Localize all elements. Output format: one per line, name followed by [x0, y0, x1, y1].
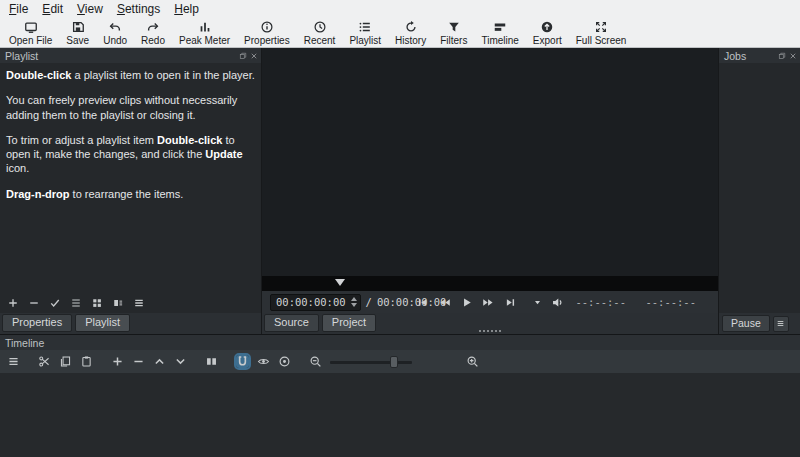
timeline-label: Timeline [481, 35, 518, 46]
cut-icon[interactable] [38, 355, 51, 368]
undo-icon [108, 20, 122, 34]
timeline-zoom-slider[interactable] [330, 355, 412, 369]
current-timecode: 00:00:00:00 [276, 296, 346, 308]
history-icon [404, 20, 418, 34]
playlist-close-icon[interactable] [250, 52, 258, 60]
player-menu-caret-icon[interactable] [533, 298, 542, 307]
filters-label: Filters [440, 35, 467, 46]
jobs-menu-button[interactable] [773, 316, 789, 332]
peak-meter-button[interactable]: Peak Meter [172, 18, 237, 47]
skip-to-end-icon[interactable] [504, 296, 517, 309]
ripple-delete-icon[interactable] [132, 355, 145, 368]
playlist-panel-title: Playlist [5, 50, 38, 62]
append-icon[interactable] [111, 355, 124, 368]
paste-icon[interactable] [80, 355, 93, 368]
split-icon[interactable] [205, 355, 218, 368]
scrub-while-dragging-icon[interactable] [257, 355, 270, 368]
export-button[interactable]: Export [526, 18, 569, 47]
full-screen-icon [594, 20, 608, 34]
jobs-menu-icon [776, 319, 785, 328]
lift-icon[interactable] [153, 355, 166, 368]
history-label: History [395, 35, 426, 46]
recent-button[interactable]: Recent [297, 18, 343, 47]
player-video-area [262, 48, 718, 276]
overwrite-icon[interactable] [174, 355, 187, 368]
properties-label: Properties [244, 35, 290, 46]
copy-icon[interactable] [59, 355, 72, 368]
ripple-all-tracks-icon[interactable] [278, 355, 291, 368]
timecode-spin-arrows[interactable] [351, 297, 357, 307]
open-file-button[interactable]: Open File [2, 18, 59, 47]
playlist-button[interactable]: Playlist [342, 18, 388, 47]
menu-settings[interactable]: Settings [110, 2, 167, 16]
timeline-zoom-handle[interactable] [390, 356, 398, 368]
player-seek-bar[interactable] [262, 276, 718, 291]
open-file-label: Open File [9, 35, 52, 46]
timeline-button[interactable]: Timeline [474, 18, 525, 47]
recent-label: Recent [304, 35, 336, 46]
undo-button[interactable]: Undo [96, 18, 134, 47]
playlist-help-text: Double-click a playlist item to open it … [0, 63, 261, 292]
filters-icon [447, 20, 461, 34]
menu-view[interactable]: View [70, 2, 110, 16]
export-icon [540, 20, 554, 34]
fast-forward-icon[interactable] [482, 296, 495, 309]
snap-icon[interactable] [236, 355, 249, 368]
properties-button[interactable]: Properties [237, 18, 297, 47]
peak-meter-icon [198, 20, 212, 34]
menu-file[interactable]: File [2, 2, 35, 16]
recent-icon [313, 20, 327, 34]
full-screen-button[interactable]: Full Screen [569, 18, 634, 47]
splitter-grip[interactable] [479, 330, 501, 332]
timeline-tracks-area[interactable] [0, 373, 800, 457]
tab-project[interactable]: Project [322, 314, 376, 332]
redo-button[interactable]: Redo [134, 18, 172, 47]
history-button[interactable]: History [388, 18, 433, 47]
timeline-icon [493, 20, 507, 34]
playhead-marker[interactable] [335, 279, 345, 286]
save-button[interactable]: Save [59, 18, 96, 47]
playlist-remove-icon[interactable] [28, 297, 40, 309]
skip-to-start-icon[interactable] [416, 296, 429, 309]
timeline-menu-icon[interactable] [7, 355, 20, 368]
playlist-panel-header: Playlist [0, 48, 261, 63]
main-area: Playlist Double-click a playlist item to… [0, 48, 800, 334]
selected-duration-display: --:--:-- [645, 296, 696, 308]
app-window: File Edit View Settings Help Open File S… [0, 0, 800, 457]
save-label: Save [66, 35, 89, 46]
tab-source[interactable]: Source [264, 314, 319, 332]
tab-playlist[interactable]: Playlist [75, 314, 130, 332]
full-screen-label: Full Screen [576, 35, 627, 46]
playlist-menu-icon[interactable] [133, 297, 145, 309]
jobs-panel-header: Jobs [719, 48, 800, 63]
zoom-out-icon[interactable] [309, 355, 322, 368]
pause-button[interactable]: Pause [722, 315, 770, 332]
peak-meter-label: Peak Meter [179, 35, 230, 46]
timeline-panel-title: Timeline [5, 337, 44, 349]
volume-icon[interactable] [551, 296, 564, 309]
view-details-icon[interactable] [70, 297, 82, 309]
zoom-in-icon[interactable] [466, 355, 479, 368]
current-timecode-spinbox[interactable]: 00:00:00:00 [270, 294, 361, 311]
rewind-icon[interactable] [438, 296, 451, 309]
view-tiles-icon[interactable] [112, 297, 124, 309]
play-icon[interactable] [460, 296, 473, 309]
jobs-close-icon[interactable] [789, 52, 797, 60]
properties-icon [260, 20, 274, 34]
undo-label: Undo [103, 35, 127, 46]
playlist-add-icon[interactable] [7, 297, 19, 309]
view-icons-icon[interactable] [91, 297, 103, 309]
menu-edit[interactable]: Edit [35, 2, 70, 16]
player-controls: 00:00:00:00 / 00:00:00:00 --:--:-- - [262, 291, 718, 313]
jobs-panel: Jobs Pause [718, 48, 800, 334]
playlist-update-icon[interactable] [49, 297, 61, 309]
menu-help[interactable]: Help [167, 2, 206, 16]
playlist-float-icon[interactable] [239, 52, 247, 60]
filters-button[interactable]: Filters [433, 18, 474, 47]
redo-icon [146, 20, 160, 34]
jobs-float-icon[interactable] [778, 52, 786, 60]
playlist-icon [358, 20, 372, 34]
tab-properties[interactable]: Properties [2, 314, 72, 332]
main-toolbar: Open File Save Undo Redo Peak Meter Prop… [0, 18, 800, 48]
timeline-panel-header: Timeline [0, 335, 800, 350]
